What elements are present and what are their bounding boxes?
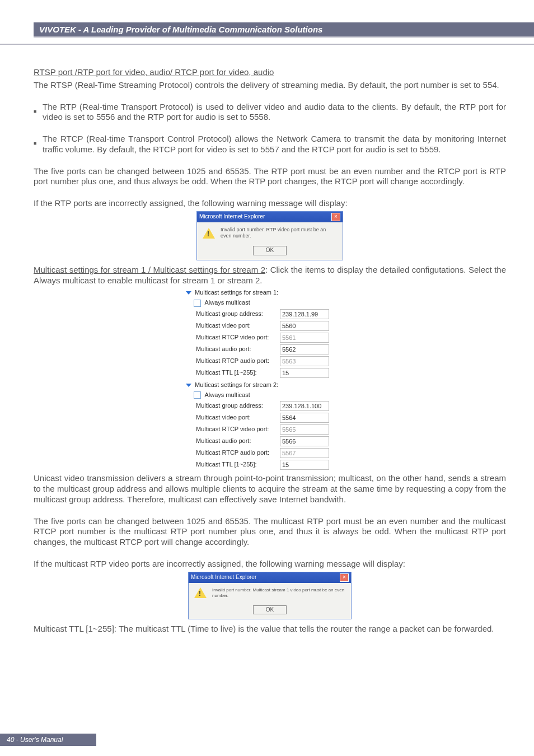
mcast-ports-note: The five ports can be changed between 10…: [34, 516, 506, 548]
mcast1-ttl-lbl: Multicast TTL [1~255]:: [196, 369, 280, 377]
mcast1-always-label: Always multicast: [204, 299, 250, 306]
mcast1-vport-input[interactable]: 5560: [280, 321, 329, 331]
mcast1-rvport-input: 5561: [280, 333, 329, 343]
page-footer: 40 - User's Manual: [0, 734, 96, 746]
ok-button[interactable]: OK: [253, 246, 287, 255]
dialog-message: Invalid port number. RTP video port must…: [221, 227, 337, 240]
mcast1-aport-lbl: Multicast audio port:: [196, 346, 280, 353]
mcast2-ttl-lbl: Multicast TTL [1~255]:: [196, 461, 280, 469]
mcast1-group-lbl: Multicast group address:: [196, 310, 280, 318]
always-multicast-checkbox[interactable]: [194, 391, 201, 399]
mcast2-raport-input: 5567: [280, 448, 329, 458]
always-multicast-checkbox[interactable]: [194, 300, 201, 307]
mcast1-always-row: Always multicast: [186, 299, 354, 307]
bullet-icon: [34, 105, 39, 123]
mcast2-always-row: Always multicast: [186, 391, 354, 399]
multicast-lede-u: Multicast settings for stream 1 / Multic…: [34, 265, 265, 274]
warning-icon: [194, 587, 207, 598]
mcast2-always-label: Always multicast: [204, 391, 250, 398]
mcast2-vport-lbl: Multicast video port:: [196, 414, 280, 422]
dialog-title: Microsoft Internet Explorer: [199, 213, 265, 221]
dialog-titlebar: Microsoft Internet Explorer ×: [189, 572, 351, 583]
close-icon[interactable]: ×: [340, 573, 349, 582]
header-rule: [0, 44, 534, 45]
page: VIVOTEK - A Leading Provider of Multimed…: [0, 0, 534, 756]
ports-range-note: The five ports can be changed between 10…: [34, 166, 506, 188]
rtsp-desc: The RTSP (Real-Time Streaming Protocol) …: [34, 80, 506, 91]
bullet-icon: [34, 137, 39, 155]
chevron-down-icon: [186, 291, 191, 295]
chevron-down-icon: [186, 384, 191, 387]
header-title: VIVOTEK - A Leading Provider of Multimed…: [34, 22, 534, 38]
mcast2-ttl-input[interactable]: 15: [280, 460, 329, 470]
dialog-mcast-warning: Microsoft Internet Explorer × Invalid po…: [34, 572, 506, 620]
mcast1-aport-input[interactable]: 5562: [280, 344, 329, 354]
dialog-titlebar: Microsoft Internet Explorer ×: [197, 212, 343, 222]
close-icon[interactable]: ×: [331, 213, 340, 221]
mcast2-aport-lbl: Multicast audio port:: [196, 437, 280, 445]
mcast2-title: Multicast settings for stream 2:: [195, 381, 278, 389]
bullet-rtcp-text: The RTCP (Real-time Transport Control Pr…: [43, 134, 506, 155]
multicast-lede: Multicast settings for stream 1 / Multic…: [34, 265, 506, 286]
mcast1-raport-lbl: Multicast RTCP audio port:: [196, 357, 280, 365]
mcast1-ttl-input[interactable]: 15: [280, 368, 329, 378]
dialog-title: Microsoft Internet Explorer: [191, 574, 256, 581]
mcast1-raport-input: 5563: [280, 356, 329, 366]
mcast1-header[interactable]: Multicast settings for stream 1:: [186, 289, 354, 297]
mcast2-group-lbl: Multicast group address:: [196, 402, 280, 410]
dialog-message: Invalid port number. Multicast stream 1 …: [212, 587, 345, 599]
dialog-rtp-warning: Microsoft Internet Explorer × Invalid po…: [34, 211, 506, 260]
mcast1-vport-lbl: Multicast video port:: [196, 322, 280, 330]
content: RTSP port /RTP port for video, audio/ RT…: [34, 67, 506, 634]
mcast2-rvport-input: 5565: [280, 424, 329, 435]
ttl-desc: Multicast TTL [1~255]: The multicast TTL…: [34, 624, 506, 634]
mcast-warning-lede: If the multicast RTP video ports are inc…: [34, 559, 506, 570]
mcast1-rvport-lbl: Multicast RTCP video port:: [196, 334, 280, 342]
header-band: VIVOTEK - A Leading Provider of Multimed…: [34, 22, 534, 38]
mcast2-raport-lbl: Multicast RTCP audio port:: [196, 449, 280, 457]
rtsp-heading: RTSP port /RTP port for video, audio/ RT…: [34, 67, 506, 78]
mcast2-header[interactable]: Multicast settings for stream 2:: [186, 381, 354, 389]
mcast1-title: Multicast settings for stream 1:: [195, 289, 278, 297]
mcast2-aport-input[interactable]: 5566: [280, 436, 329, 446]
bullet-rtp: The RTP (Real-time Transport Protocol) i…: [34, 102, 506, 123]
mcast2-vport-input[interactable]: 5564: [280, 413, 329, 423]
ok-button[interactable]: OK: [253, 605, 287, 615]
bullet-rtp-text: The RTP (Real-time Transport Protocol) i…: [43, 102, 506, 123]
mcast1-group-input[interactable]: 239.128.1.99: [280, 309, 329, 319]
mcast2-rvport-lbl: Multicast RTCP video port:: [196, 426, 280, 433]
rtp-warning-lede: If the RTP ports are incorrectly assigne…: [34, 198, 506, 209]
bullet-rtcp: The RTCP (Real-time Transport Control Pr…: [34, 134, 506, 155]
warning-icon: [203, 228, 215, 239]
mcast2-group-input[interactable]: 239.128.1.100: [280, 401, 329, 411]
unicast-desc: Unicast video transmission delivers a st…: [34, 473, 506, 505]
multicast-settings: Multicast settings for stream 1: Always …: [186, 289, 354, 470]
